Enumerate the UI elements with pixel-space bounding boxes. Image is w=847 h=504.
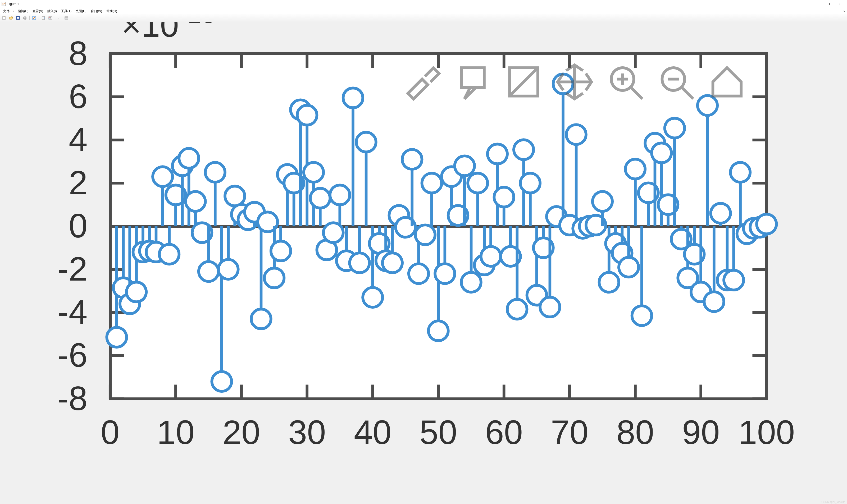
menu-view[interactable]: 查看(V) [31, 8, 45, 14]
svg-text:-6: -6 [57, 336, 88, 374]
svg-text:40: 40 [354, 413, 391, 445]
svg-text:10: 10 [157, 413, 194, 445]
svg-point-179 [402, 149, 422, 169]
svg-text:20: 20 [223, 413, 260, 445]
svg-text:-4: -4 [57, 293, 88, 331]
menu-insert[interactable]: 插入(I) [45, 8, 59, 14]
svg-text:-8: -8 [57, 379, 88, 417]
figure-toolbar [0, 14, 847, 22]
svg-point-259 [665, 118, 685, 138]
svg-point-105 [159, 244, 179, 264]
svg-point-187 [428, 321, 448, 341]
svg-point-279 [730, 162, 750, 182]
print-icon[interactable] [22, 15, 28, 21]
svg-point-249 [632, 306, 652, 326]
pan-icon[interactable] [552, 59, 597, 105]
window-title: Figure 1 [7, 2, 19, 6]
maximize-button[interactable] [822, 0, 834, 8]
insert-colorbar-icon[interactable] [40, 15, 47, 21]
menu-tools[interactable]: 工具(T) [59, 8, 73, 14]
svg-point-287 [757, 214, 776, 234]
link-axes-icon[interactable] [31, 15, 37, 21]
figure-window: Figure 1 文件(F) 编辑(E) 查看(V) 插入(I) 工具(T) 桌… [0, 0, 847, 504]
svg-text:2: 2 [69, 164, 88, 201]
rotate-icon[interactable] [501, 59, 547, 105]
brush-icon[interactable] [400, 59, 445, 105]
restore-view-icon[interactable] [704, 59, 749, 105]
minimize-button[interactable] [810, 0, 822, 8]
open-property-editor-icon[interactable] [63, 15, 70, 21]
svg-point-195 [455, 156, 475, 176]
toolbar-separator [55, 16, 55, 20]
svg-point-277 [724, 270, 744, 290]
svg-rect-11 [24, 19, 26, 20]
svg-point-183 [415, 225, 435, 245]
svg-point-119 [205, 162, 225, 182]
close-button[interactable] [834, 0, 846, 8]
menu-bar: 文件(F) 编辑(E) 查看(V) 插入(I) 工具(T) 桌面(D) 窗口(W… [0, 8, 847, 14]
menu-overflow-icon[interactable]: ↘ [843, 10, 845, 13]
menu-file[interactable]: 文件(F) [1, 8, 16, 14]
svg-point-271 [704, 292, 724, 312]
svg-text:30: 30 [288, 413, 325, 445]
svg-text:100: 100 [738, 413, 795, 445]
save-icon[interactable] [15, 15, 21, 21]
svg-text:50: 50 [420, 413, 457, 445]
svg-text:6: 6 [69, 77, 88, 115]
zoom-out-icon[interactable] [654, 59, 699, 105]
svg-point-199 [468, 173, 488, 193]
svg-text:4: 4 [69, 121, 88, 158]
svg-point-133 [251, 309, 271, 329]
svg-point-125 [225, 186, 245, 206]
app-icon [2, 2, 6, 6]
svg-text:60: 60 [485, 413, 523, 445]
menu-edit[interactable]: 编辑(E) [16, 8, 31, 14]
svg-point-157 [330, 185, 350, 205]
svg-point-181 [409, 264, 428, 284]
svg-rect-22 [65, 17, 68, 19]
svg-point-139 [271, 241, 291, 261]
svg-point-221 [540, 297, 560, 317]
title-bar: Figure 1 [0, 0, 847, 8]
menu-window[interactable]: 窗口(W) [89, 8, 104, 14]
menu-desktop[interactable]: 桌面(D) [73, 8, 89, 14]
axes-canvas[interactable]: 0102030405060708090100-8-6-4-202468×10-1… [0, 22, 847, 504]
svg-text:0: 0 [101, 413, 120, 445]
stem-plot: 0102030405060708090100-8-6-4-202468×10-1… [0, 22, 847, 445]
svg-point-123 [218, 259, 238, 279]
data-tips-icon[interactable] [450, 59, 495, 105]
svg-point-203 [481, 247, 501, 266]
svg-point-117 [199, 262, 218, 281]
svg-point-161 [343, 88, 363, 108]
svg-point-147 [297, 105, 317, 125]
svg-rect-2 [827, 3, 830, 5]
svg-point-167 [363, 287, 383, 307]
svg-rect-16 [44, 17, 45, 19]
svg-point-247 [625, 159, 645, 179]
svg-point-165 [356, 132, 376, 152]
svg-point-111 [179, 148, 199, 168]
svg-point-245 [619, 257, 638, 277]
zoom-in-icon[interactable] [603, 59, 648, 105]
insert-legend-icon[interactable] [47, 15, 53, 21]
edit-plot-icon[interactable] [56, 15, 63, 21]
svg-rect-7 [17, 17, 19, 18]
svg-point-121 [212, 372, 232, 391]
svg-point-137 [264, 268, 284, 288]
menu-help[interactable]: 帮助(H) [104, 8, 119, 14]
svg-text:×10-13: ×10-13 [121, 22, 216, 44]
svg-rect-8 [17, 18, 19, 19]
toolbar-separator [29, 16, 30, 20]
svg-point-163 [350, 253, 370, 273]
svg-point-255 [652, 143, 671, 163]
svg-point-205 [488, 144, 507, 164]
svg-point-213 [514, 140, 533, 160]
svg-text:90: 90 [682, 413, 720, 445]
svg-text:0: 0 [69, 207, 88, 245]
svg-point-95 [126, 282, 146, 302]
svg-rect-17 [49, 17, 52, 19]
svg-point-173 [383, 253, 402, 273]
new-figure-icon[interactable] [1, 15, 7, 21]
svg-text:-2: -2 [57, 250, 88, 288]
open-icon[interactable] [8, 15, 14, 21]
